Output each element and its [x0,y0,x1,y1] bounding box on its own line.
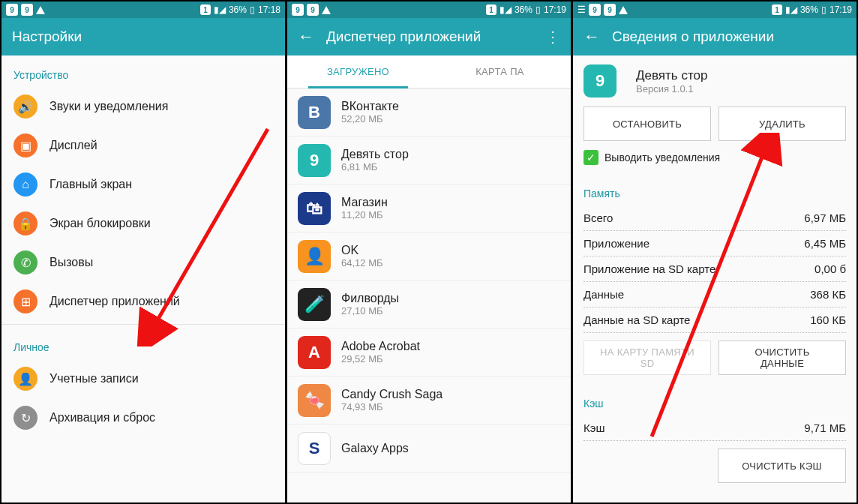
battery-icon: ▯ [821,4,826,15]
personal-item[interactable]: 👤Учетные записи [2,359,285,398]
section-device: Устройство [2,56,285,87]
notifications-checkbox[interactable]: ✓ [584,150,598,165]
app-size: 64,12 МБ [341,257,383,268]
app-row[interactable]: 🛍Магазин11,20 МБ [287,184,571,232]
memory-value: 6,45 МБ [804,237,846,250]
app-row[interactable]: 👤OK64,12 МБ [287,232,571,280]
app-row[interactable]: SGalaxy Apps [287,424,571,472]
app-icon: 🧪 [298,288,331,321]
app-name: Филворды [341,292,399,305]
app-size: 6,81 МБ [341,161,409,172]
battery-text: 36% [229,4,247,15]
memory-row: Данные на SD карте160 КБ [584,308,846,333]
screen-settings: 9 9 1 ▮◢ 36% ▯ 17:18 Настройки Устройств… [2,2,285,502]
warning-icon [619,6,628,14]
settings-icon: ⌂ [14,172,38,196]
statusbar: 9 9 1 ▮◢ 36% ▯ 17:19 [287,2,571,18]
signal-icon: ▮◢ [214,4,226,15]
clock-text: 17:19 [544,4,566,15]
section-memory: Память [584,174,846,206]
personal-item[interactable]: ↻Архивация и сброс [2,398,285,437]
battery-text: 36% [800,4,818,15]
statusbar-app-icon: 9 [21,4,33,16]
statusbar-app-icon: 9 [307,4,319,16]
memory-key: Данные [584,288,624,301]
tab-sd-card[interactable]: КАРТА ПА [429,56,571,88]
stop-button[interactable]: ОСТАНОВИТЬ [584,106,711,141]
app-icon: 👤 [298,240,331,273]
statusbar-app-icon: 9 [6,4,18,16]
app-row[interactable]: AAdobe Acrobat29,52 МБ [287,328,571,376]
settings-icon: ▣ [14,134,38,158]
device-item[interactable]: ▣Дисплей [2,126,285,165]
clear-data-button[interactable]: ОЧИСТИТЬ ДАННЫЕ [718,340,846,375]
back-icon[interactable]: ← [298,27,314,46]
settings-label: Экран блокировки [50,217,151,230]
memory-key: Приложение [584,237,650,250]
app-row[interactable]: 🧪Филворды27,10 МБ [287,280,571,328]
statusbar-app-icon: 9 [604,4,616,16]
settings-label: Вызовы [50,256,93,269]
settings-icon: 🔒 [14,212,38,236]
statusbar: ☰ 9 9 1 ▮◢ 36% ▯ 17:19 [573,2,856,18]
section-personal: Личное [2,328,285,359]
app-icon: 🍬 [298,384,331,417]
app-name: ВКонтакте [341,100,399,113]
device-item[interactable]: ⊞Диспетчер приложений [2,282,285,321]
app-size: 74,93 МБ [341,401,442,412]
device-item[interactable]: 🔒Экран блокировки [2,204,285,243]
app-icon: S [298,432,331,465]
settings-label: Дисплей [50,139,98,152]
app-name: Девять стор [341,148,409,161]
device-item[interactable]: 🔊Звуки и уведомления [2,87,285,126]
titlebar: ← Диспетчер приложений ⋮ [287,18,571,56]
divider [2,324,285,325]
titlebar: Настройки [2,18,285,56]
app-icon: 9 [584,64,616,98]
settings-label: Диспетчер приложений [50,295,180,308]
app-name: Магазин [341,196,388,209]
memory-key: Данные на SD карте [584,314,690,326]
battery-icon: ▯ [250,4,255,15]
sim-icon: 1 [200,4,211,15]
app-row[interactable]: 🍬Candy Crush Saga74,93 МБ [287,376,571,424]
signal-icon: ▮◢ [785,4,797,15]
app-icon: A [298,336,331,369]
battery-icon: ▯ [536,4,541,15]
settings-icon: ✆ [14,250,38,274]
section-cache: Кэш [584,384,846,416]
back-icon[interactable]: ← [584,27,600,46]
app-size: 11,20 МБ [341,209,388,220]
settings-label: Звуки и уведомления [50,100,168,113]
settings-label: Учетные записи [50,372,139,386]
memory-value: 160 КБ [810,314,846,326]
app-name: Candy Crush Saga [341,388,442,401]
app-icon: 9 [298,144,331,177]
memory-row: Всего6,97 МБ [584,206,846,231]
device-item[interactable]: ⌂Главный экран [2,165,285,204]
memory-key: Всего [584,212,613,224]
tab-downloaded[interactable]: ЗАГРУЖЕНО [287,56,429,88]
screen-app-manager: 9 9 1 ▮◢ 36% ▯ 17:19 ← Диспетчер приложе… [287,2,571,502]
overflow-icon[interactable]: ⋮ [545,28,560,46]
cache-value: 9,71 МБ [804,422,846,434]
warning-icon [322,6,331,14]
sim-icon: 1 [486,4,496,15]
notifications-label: Выводить уведомления [604,152,720,164]
battery-text: 36% [514,4,532,15]
titlebar: ← Сведения о приложении [573,18,856,56]
app-size: 52,20 МБ [341,113,399,124]
settings-icon: 🔊 [14,94,38,118]
app-row[interactable]: ВВКонтакте52,20 МБ [287,88,571,136]
memory-value: 368 КБ [810,288,846,301]
clear-cache-button[interactable]: ОЧИСТИТЬ КЭШ [718,448,846,483]
app-name: OK [341,244,383,257]
app-name: Adobe Acrobat [341,340,420,353]
memory-key: Приложение на SD карте [584,262,716,275]
memory-row: Приложение на SD карте0,00 б [584,256,846,282]
app-row[interactable]: 9Девять стор6,81 МБ [287,136,571,184]
sim-icon: 1 [772,4,782,15]
page-title: Диспетчер приложений [326,28,481,45]
device-item[interactable]: ✆Вызовы [2,243,285,282]
uninstall-button[interactable]: УДАЛИТЬ [718,106,846,141]
